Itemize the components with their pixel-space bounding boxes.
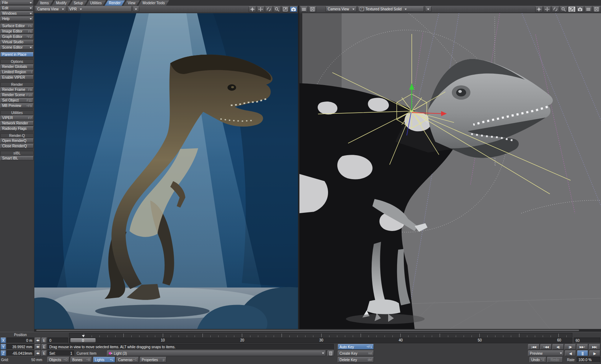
chevron-down-icon — [30, 13, 32, 14]
item-type-buttons: Objects+O Bones+B Lights+L Cameras+C Pro… — [47, 357, 166, 363]
close-renderq-button[interactable]: Close RenderQ — [0, 144, 34, 148]
tab-utilities[interactable]: Utilities — [86, 0, 106, 6]
open-renderq-button[interactable]: Open RenderQ — [0, 138, 34, 143]
tab-render[interactable]: Render — [104, 0, 125, 6]
play-reverse-button[interactable]: ◀ — [565, 350, 576, 356]
limited-region-button[interactable]: Limited Regionl — [0, 70, 34, 74]
axis-z-button[interactable]: Z — [0, 350, 6, 356]
envelope-y-button[interactable]: E — [41, 344, 47, 350]
pause-button[interactable]: || — [577, 350, 588, 356]
rotate-view-icon[interactable] — [257, 6, 264, 12]
properties-button[interactable]: Propertiesp — [140, 357, 166, 363]
tab-setup[interactable]: Setup — [69, 0, 87, 6]
go-to-start-button[interactable]: |◀◀ — [528, 344, 539, 350]
redo-button[interactable]: Redo — [547, 357, 563, 363]
timeline-scrollbar-thumb[interactable] — [36, 329, 580, 331]
save-layout-icon[interactable] — [309, 6, 316, 12]
enable-viper-button[interactable]: Enable VIPER — [0, 75, 34, 80]
frame-slider-track[interactable]: 0 10 20 30 40 50 60 — [69, 338, 572, 343]
nudge-y-button[interactable]: ◀▶ — [35, 344, 41, 350]
axis-y-button[interactable]: Y — [0, 344, 6, 350]
render-scene-button[interactable]: Render SceneF10 — [0, 93, 34, 97]
frame-ruler[interactable] — [69, 333, 572, 337]
pan-view-icon[interactable] — [249, 6, 256, 12]
previous-frame-button[interactable]: ◀|| — [552, 344, 564, 350]
envelope-z-button[interactable]: E — [41, 350, 47, 356]
timeline-scrollbar[interactable] — [34, 329, 601, 332]
camera-view-icon[interactable] — [290, 6, 297, 12]
current-frame-marker[interactable] — [82, 335, 85, 337]
next-key-button[interactable]: ▶▶+ — [577, 344, 588, 350]
position-z-field[interactable]: -65.0419mm — [7, 350, 34, 356]
zoom-view-icon[interactable] — [560, 6, 567, 12]
go-to-end-button[interactable]: ▶▶| — [589, 344, 600, 350]
tab-modify[interactable]: Modify — [52, 0, 70, 6]
maximize-viewport-icon[interactable] — [568, 6, 576, 12]
menu-help[interactable]: Help — [0, 16, 34, 21]
pan-view-icon[interactable] — [535, 6, 543, 12]
menu-edit[interactable]: Edit — [0, 6, 34, 10]
objects-button[interactable]: Objects+O — [47, 357, 69, 363]
viewport-menu-icon[interactable] — [585, 6, 592, 12]
sel-object-button[interactable]: Sel ObjectF11 — [0, 98, 34, 103]
item-list-button[interactable] — [327, 350, 334, 356]
tab-items[interactable]: Items — [36, 0, 53, 6]
rotate-view-icon[interactable] — [543, 6, 551, 12]
position-x-field[interactable]: 0 m — [7, 338, 34, 343]
undo-button[interactable]: Undo^Z — [529, 357, 546, 363]
rate-field[interactable]: 100.0 % — [577, 357, 600, 363]
create-key-button[interactable]: Create Keyret — [338, 350, 374, 356]
render-globals-button[interactable]: Render Globals — [0, 64, 34, 69]
textured-shaded-view[interactable] — [299, 13, 601, 329]
render-mode-dropdown-right[interactable]: T Textured Shaded Solid — [358, 6, 424, 12]
viper-button[interactable]: VIPERF7 — [0, 115, 34, 120]
network-render-button[interactable]: Network Render — [0, 121, 34, 126]
frame-slider-handle[interactable]: 0 — [70, 338, 96, 343]
play-button[interactable]: ▶ — [589, 350, 600, 356]
auto-key-button[interactable]: Auto Key+F1 — [338, 344, 374, 350]
axis-x-button[interactable]: X — [0, 338, 6, 343]
virtual-studio-button[interactable]: Virtual Studio — [0, 40, 34, 44]
tab-view[interactable]: View — [123, 0, 140, 6]
preview-dropdown[interactable]: Preview — [528, 350, 564, 356]
orbit-view-icon[interactable] — [552, 6, 559, 12]
render-frame-button[interactable]: Render FrameF9 — [0, 87, 34, 92]
viewport-options-dropdown-left[interactable] — [133, 6, 139, 12]
cameras-button[interactable]: Cameras+C — [116, 357, 139, 363]
render-mode-dropdown-left[interactable]: VPR — [67, 6, 132, 12]
viewport-menu-icon[interactable] — [300, 6, 308, 12]
nudge-z-button[interactable]: ◀▶ — [35, 350, 41, 356]
camera-view-render[interactable] — [34, 13, 298, 329]
parent-in-place-button[interactable]: Parent in Place — [0, 52, 34, 57]
graph-editor-button[interactable]: Graph Editor^F2 — [0, 34, 34, 39]
zoom-view-icon[interactable] — [273, 6, 281, 12]
save-layout-icon[interactable] — [593, 6, 600, 12]
viewport-options-dropdown-right[interactable] — [425, 6, 431, 12]
current-item-dropdown[interactable]: Light (3) — [107, 350, 326, 356]
surface-editor-button[interactable]: Surface EditorF5 — [0, 24, 34, 28]
radiosity-flags-button[interactable]: Radiosity Flags — [0, 126, 34, 131]
tick-label: 60 — [557, 338, 561, 342]
end-frame-field[interactable]: 60 — [574, 338, 600, 343]
camera-view-icon[interactable] — [576, 6, 584, 12]
mb-preview-button[interactable]: MB Preview+F9 — [0, 103, 34, 108]
scene-editor-button[interactable]: Scene Editor — [0, 45, 34, 50]
previous-key-button[interactable]: +◀◀ — [540, 344, 552, 350]
current-frame-field[interactable]: 0 — [48, 338, 68, 343]
nudge-x-button[interactable]: ◀▶ — [35, 338, 41, 343]
maximize-viewport-icon[interactable] — [282, 6, 289, 12]
position-y-field[interactable]: 39.9992 mm — [7, 344, 34, 350]
tab-modeler-tools[interactable]: Modeler Tools — [138, 0, 169, 6]
menu-file[interactable]: File — [0, 0, 34, 5]
lights-button[interactable]: Lights+L — [93, 357, 115, 363]
smart-ibl-button[interactable]: Smart IBL — [0, 156, 34, 161]
view-type-dropdown-left[interactable]: Camera View — [35, 6, 66, 12]
menu-windows[interactable]: Windows — [0, 11, 34, 16]
next-frame-button[interactable]: ||▶ — [565, 344, 576, 350]
image-editor-button[interactable]: Image EditorF6 — [0, 29, 34, 34]
bones-button[interactable]: Bones+B — [70, 357, 92, 363]
envelope-x-button[interactable]: E — [41, 338, 47, 343]
delete-key-button[interactable]: Delete Keydel — [338, 357, 374, 363]
view-type-dropdown-right[interactable]: Camera View — [326, 6, 357, 12]
orbit-view-icon[interactable] — [265, 6, 273, 12]
